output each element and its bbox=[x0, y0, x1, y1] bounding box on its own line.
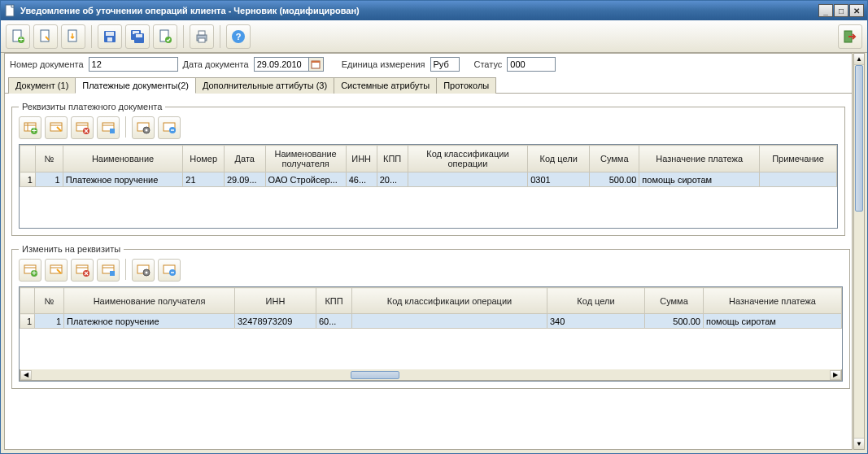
window-controls: _ □ ✕ bbox=[818, 4, 864, 17]
table-row[interactable]: 1 1 Платежное поручение 21 29.09... ОАО … bbox=[20, 172, 837, 187]
grid-settings-button[interactable] bbox=[132, 116, 155, 139]
tab-extra-attrs[interactable]: Дополнительные аттибуты (3) bbox=[195, 77, 334, 94]
calendar-icon[interactable] bbox=[309, 57, 324, 72]
close-button[interactable]: ✕ bbox=[849, 4, 864, 17]
cell-note bbox=[759, 172, 836, 187]
maximize-button[interactable]: □ bbox=[834, 4, 848, 17]
export-doc-button[interactable] bbox=[61, 24, 85, 49]
col-recipient[interactable]: Наименование получателя bbox=[265, 146, 346, 172]
col-number[interactable]: Номер bbox=[183, 146, 225, 172]
svg-rect-17 bbox=[198, 38, 205, 42]
tab-document[interactable]: Документ (1) bbox=[8, 77, 76, 94]
grid-settings-button[interactable] bbox=[132, 259, 155, 282]
cell-date: 29.09... bbox=[224, 172, 265, 187]
cell-recipient: ОАО Стройсер... bbox=[265, 172, 346, 187]
horizontal-scrollbar[interactable]: ◀ ▶ bbox=[20, 369, 842, 381]
col-recipient[interactable]: Наименование получателя bbox=[64, 288, 235, 314]
grid-edit-button[interactable] bbox=[45, 116, 68, 139]
col-goal[interactable]: Код цели bbox=[547, 288, 645, 314]
help-button[interactable]: ? bbox=[226, 24, 251, 49]
col-name[interactable]: Наименование bbox=[63, 146, 183, 172]
grid-delete-button[interactable] bbox=[71, 116, 94, 139]
unit-input[interactable] bbox=[430, 57, 460, 72]
save-confirm-button[interactable] bbox=[153, 24, 177, 49]
col-sum[interactable]: Сумма bbox=[645, 288, 704, 314]
svg-rect-7 bbox=[106, 32, 114, 36]
svg-text:+: + bbox=[19, 34, 24, 44]
col-purpose[interactable]: Назначение платежа bbox=[639, 146, 760, 172]
save-button[interactable] bbox=[98, 24, 122, 49]
grid-header: № Наименование Номер Дата Наименование п… bbox=[20, 146, 837, 172]
cell-recipient: Платежное поручение bbox=[64, 314, 235, 329]
col-note[interactable]: Примечание bbox=[759, 146, 836, 172]
col-rownum[interactable] bbox=[20, 288, 35, 314]
toolbar-separator bbox=[125, 116, 126, 138]
col-inn[interactable]: ИНН bbox=[346, 146, 377, 172]
cell-name: Платежное поручение bbox=[63, 172, 183, 187]
cell-inn: 46... bbox=[346, 172, 377, 187]
app-window: Уведомление об уточнении операций клиент… bbox=[0, 0, 868, 454]
grid-toolbar-2: + bbox=[19, 259, 843, 282]
grid-add-button[interactable]: + bbox=[19, 116, 41, 139]
scroll-thumb[interactable] bbox=[855, 65, 863, 212]
document-icon bbox=[4, 4, 17, 17]
table-row[interactable]: 1 1 Платежное поручение 32478973209 60..… bbox=[20, 314, 842, 329]
exit-button[interactable] bbox=[838, 24, 862, 49]
svg-rect-35 bbox=[110, 129, 115, 133]
col-num[interactable]: № bbox=[35, 146, 63, 172]
grid-filter-button[interactable] bbox=[158, 116, 181, 139]
vertical-scrollbar[interactable]: ▲ ▼ bbox=[853, 53, 865, 450]
grid-copy-button[interactable] bbox=[97, 259, 120, 282]
save-all-button[interactable] bbox=[125, 24, 150, 49]
svg-text:+: + bbox=[32, 125, 37, 135]
scroll-left-button[interactable]: ◀ bbox=[20, 370, 32, 380]
main-toolbar: + ? bbox=[1, 20, 867, 53]
col-sum[interactable]: Сумма bbox=[590, 146, 639, 172]
tab-payment-docs[interactable]: Платежные документы(2) bbox=[75, 77, 196, 94]
scroll-down-button[interactable]: ▼ bbox=[854, 438, 864, 449]
scroll-thumb[interactable] bbox=[351, 371, 399, 379]
new-doc-button[interactable]: + bbox=[6, 24, 30, 49]
cell-sum: 500.00 bbox=[645, 314, 704, 329]
col-rownum[interactable] bbox=[20, 146, 36, 172]
col-inn[interactable]: ИНН bbox=[235, 288, 316, 314]
grid-edit-button[interactable] bbox=[45, 259, 68, 282]
print-button[interactable] bbox=[190, 24, 214, 49]
status-input[interactable] bbox=[507, 57, 556, 72]
open-doc-button[interactable] bbox=[33, 24, 58, 49]
cell-number: 21 bbox=[183, 172, 225, 187]
col-classcode[interactable]: Код классификации операции bbox=[352, 288, 547, 314]
cell-num: 1 bbox=[35, 172, 63, 187]
col-num[interactable]: № bbox=[35, 288, 64, 314]
group-payment-doc-details: Реквизиты платежного документа + bbox=[11, 102, 845, 236]
col-classcode[interactable]: Код классификации операции bbox=[408, 146, 528, 172]
cell-kpp: 20... bbox=[377, 172, 408, 187]
tab-payment-docs-body: Реквизиты платежного документа + bbox=[5, 94, 852, 439]
toolbar-separator bbox=[183, 25, 184, 48]
col-kpp[interactable]: КПП bbox=[316, 288, 352, 314]
cell-goal: 0301 bbox=[528, 172, 590, 187]
col-goal[interactable]: Код цели bbox=[528, 146, 590, 172]
svg-rect-22 bbox=[312, 61, 320, 63]
doc-date-input[interactable] bbox=[254, 57, 309, 72]
col-kpp[interactable]: КПП bbox=[377, 146, 408, 172]
tab-protocols[interactable]: Протоколы bbox=[436, 77, 496, 94]
minimize-button[interactable]: _ bbox=[818, 4, 833, 17]
svg-point-38 bbox=[146, 129, 148, 132]
document-form-row: Номер документа Дата документа Единица и… bbox=[5, 54, 852, 75]
tab-system-attrs[interactable]: Системные атрибуты bbox=[334, 77, 437, 94]
grid-add-button[interactable]: + bbox=[19, 259, 41, 282]
scroll-track[interactable] bbox=[32, 370, 830, 380]
scroll-right-button[interactable]: ▶ bbox=[830, 370, 841, 380]
tabstrip: Документ (1) Платежные документы(2) Допо… bbox=[5, 76, 852, 94]
toolbar-separator bbox=[125, 259, 126, 280]
cell-classcode bbox=[408, 172, 528, 187]
doc-date-label: Дата документа bbox=[183, 59, 249, 69]
grid-copy-button[interactable] bbox=[97, 116, 120, 139]
col-date[interactable]: Дата bbox=[224, 146, 265, 172]
doc-number-input[interactable] bbox=[89, 57, 178, 72]
scroll-up-button[interactable]: ▲ bbox=[854, 54, 864, 65]
col-purpose[interactable]: Назначение платежа bbox=[704, 288, 842, 314]
grid-filter-button[interactable] bbox=[158, 259, 181, 282]
grid-delete-button[interactable] bbox=[71, 259, 94, 282]
